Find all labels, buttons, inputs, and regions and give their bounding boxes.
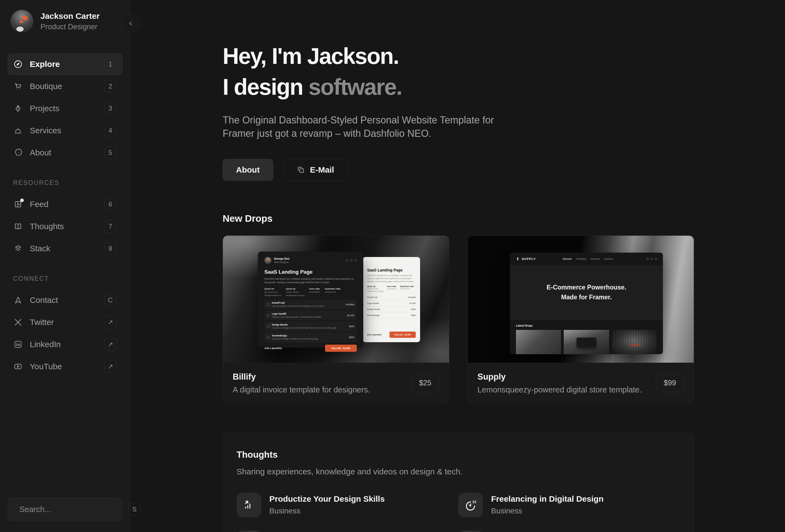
thought-item[interactable]: Productize Your Design Skills Business	[236, 493, 458, 517]
invoice-title: SaaS Landing Page	[264, 269, 357, 275]
send-icon	[14, 296, 23, 305]
thought-item[interactable]: Designing for Shareability	[236, 530, 458, 532]
sidebar-item-twitter[interactable]: Twitter ↗	[8, 312, 122, 333]
drop-thumb-device	[516, 330, 561, 354]
supply-hero: E-Commerce Powerhouse. Made for Framer.	[510, 265, 663, 320]
search-bar[interactable]: S	[8, 498, 122, 521]
avatar	[10, 10, 33, 33]
sidebar-item-youtube[interactable]: YouTube ↗	[8, 356, 122, 377]
thought-item[interactable]: 12 Freelancing in Digital Design Busines…	[458, 493, 680, 517]
invoice-dark-mockup: George Doe Web Designer SaaS Landing Pag…	[258, 252, 363, 348]
share-nodes-icon	[236, 530, 261, 532]
invoice-social-icons	[346, 259, 357, 262]
pay-now-button: Pay now · $2,400	[389, 332, 416, 338]
sidebar-collapse-button[interactable]	[121, 14, 140, 32]
sidebar-item-stack[interactable]: Stack 8	[8, 238, 122, 259]
primary-nav: Explore 1 Boutique 2 Projects 3	[8, 53, 122, 163]
x-twitter-icon	[14, 318, 23, 327]
product-name: Billify	[233, 372, 370, 382]
profile-role: Product Designer	[41, 23, 100, 31]
thoughts-list: Productize Your Design Skills Business 1…	[236, 493, 680, 532]
shortcut-badge: 7	[104, 220, 117, 233]
notification-dot	[20, 199, 24, 202]
sidebar-item-boutique[interactable]: Boutique 2	[8, 76, 122, 97]
sidebar-item-label: YouTube	[30, 362, 97, 371]
hero-buttons: About E-Mail	[223, 159, 785, 181]
feed-grid-icon	[14, 200, 23, 209]
sidebar-item-thoughts[interactable]: Thoughts 7	[8, 216, 122, 237]
price-badge: $25	[411, 374, 439, 392]
invoice-author-role: Web Designer	[274, 261, 289, 263]
invoice-light-mockup: SaaS Landing Page NovoTech has grown as …	[363, 257, 420, 342]
external-arrow-badge: ↗	[104, 360, 117, 373]
main-content: Hey, I'm Jackson. I design software. The…	[131, 0, 785, 532]
about-button[interactable]: About	[223, 159, 273, 181]
supply-site-mockup: SUPPLY Discover Templates Mockups Graphi…	[510, 253, 663, 354]
drop-thumb-laptop	[564, 330, 609, 354]
hero-heading-muted: software.	[303, 74, 402, 100]
hero-heading: Hey, I'm Jackson. I design software.	[223, 41, 785, 103]
sidebar-item-contact[interactable]: Contact C	[8, 289, 122, 311]
search-input[interactable]	[19, 505, 123, 514]
sidebar: Jackson Carter Product Designer Explore …	[0, 0, 130, 532]
bar-chart-arrow-icon	[236, 493, 261, 517]
supply-drop-thumbnails	[510, 327, 663, 354]
product-card-billify[interactable]: SaaS Landing Page NovoTech has grown as …	[223, 235, 449, 404]
app-window: Jackson Carter Product Designer Explore …	[0, 0, 785, 532]
supply-nav: Discover Templates Mockups Graphics ···	[563, 257, 619, 260]
youtube-icon	[14, 362, 23, 371]
invoice-meta: Quote byCédric Moorehey@cedric.design Is…	[367, 285, 416, 292]
shortcut-badge: 6	[104, 198, 117, 210]
thought-item[interactable]: A New Era of Entrepreneurship	[458, 530, 680, 532]
about-button-label: About	[236, 165, 260, 175]
sidebar-item-services[interactable]: Services 4	[8, 120, 122, 141]
pen-nib-icon	[14, 104, 23, 113]
profile-name: Jackson Carter	[41, 11, 100, 21]
sidebar-item-label: Explore	[30, 59, 97, 69]
sidebar-item-label: Boutique	[30, 82, 97, 91]
billify-thumbnail: SaaS Landing Page NovoTech has grown as …	[223, 236, 449, 363]
supply-social-icons	[647, 258, 657, 260]
layers-icon	[14, 244, 23, 253]
resources-nav: Feed 6 Thoughts 7 Stack 8	[8, 194, 122, 259]
sidebar-item-label: LinkedIn	[30, 340, 97, 349]
invoice-author-name: George Doe	[274, 257, 289, 260]
product-name: Supply	[477, 372, 641, 382]
clock-12-icon: 12	[458, 493, 483, 517]
supply-card-footer: Supply Lemonsqueezy-powered digital stor…	[467, 363, 694, 404]
profile-text: Jackson Carter Product Designer	[41, 11, 100, 31]
external-arrow-badge: ↗	[104, 338, 117, 351]
svg-text:12: 12	[472, 500, 476, 504]
shortcut-badge: 5	[104, 146, 117, 159]
invoice-meta: Quote forNovoTech Inc.info@novotech.io Q…	[264, 287, 357, 297]
supply-thumbnail: SUPPLY Discover Templates Mockups Graphi…	[467, 236, 694, 363]
invoice-title: SaaS Landing Page	[367, 268, 416, 272]
linkedin-icon	[14, 340, 23, 349]
ask-question-label: Ask a question	[367, 333, 382, 336]
section-label-connect: CONNECT	[8, 275, 122, 282]
sidebar-item-label: Thoughts	[30, 222, 97, 231]
sidebar-item-feed[interactable]: Feed 6	[8, 194, 122, 215]
shortcut-badge: 8	[104, 242, 117, 255]
book-icon	[14, 222, 23, 231]
shortcut-badge: 3	[104, 102, 117, 115]
copy-icon	[297, 166, 305, 174]
product-card-supply[interactable]: SUPPLY Discover Templates Mockups Graphi…	[467, 235, 694, 404]
email-button[interactable]: E-Mail	[283, 159, 348, 181]
connect-nav: Contact C Twitter ↗ LinkedIn ↗	[8, 289, 122, 377]
sidebar-item-linkedin[interactable]: LinkedIn ↗	[8, 334, 122, 355]
supply-brand: SUPPLY	[522, 257, 536, 260]
service-bell-icon	[14, 126, 23, 135]
sidebar-item-about[interactable]: About 5	[8, 142, 122, 163]
invoice-author-avatar	[264, 257, 272, 264]
price-badge: $99	[656, 374, 684, 392]
globe-icon	[458, 530, 483, 532]
shortcut-badge: C	[104, 294, 117, 306]
ask-question-label: Ask a question	[264, 347, 282, 350]
pay-now-button: Pay now · $2,400	[325, 345, 357, 352]
sidebar-item-projects[interactable]: Projects 3	[8, 98, 122, 119]
invoice-intro: NovoTech has grown as a software company…	[367, 274, 416, 283]
sidebar-item-explore[interactable]: Explore 1	[8, 53, 122, 75]
product-description: Lemonsqueezy-powered digital store templ…	[477, 385, 641, 395]
invoice-intro: NovoTech has grown as a software company…	[264, 277, 355, 284]
